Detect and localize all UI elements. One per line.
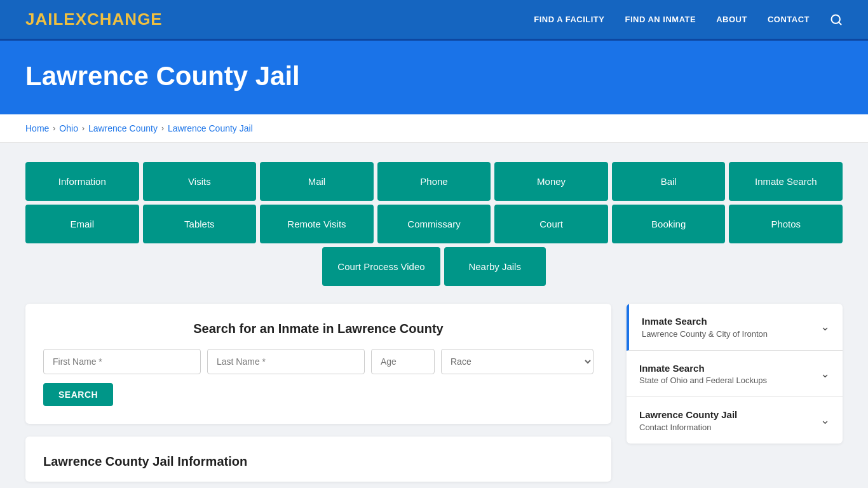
breadcrumb-ohio[interactable]: Ohio — [59, 123, 78, 133]
sidebar-item-2-text: Lawrence County Jail Contact Information — [639, 409, 737, 432]
btn-commissary[interactable]: Commissary — [377, 205, 491, 243]
sidebar-item-2-label: Lawrence County Jail — [639, 409, 737, 421]
main-content: Information Visits Mail Phone Money Bail… — [0, 143, 868, 488]
btn-phone[interactable]: Phone — [377, 162, 491, 201]
sidebar-item-0-sub: Lawrence County & City of Ironton — [642, 329, 768, 339]
breadcrumb-sep-1: › — [53, 124, 55, 133]
search-form-row1: Race White Black Hispanic Asian Other — [43, 349, 593, 374]
logo-exchange: EXCHANGE — [64, 10, 162, 29]
breadcrumb-current: Lawrence County Jail — [168, 123, 253, 133]
btn-money[interactable]: Money — [494, 162, 608, 201]
btn-inmate-search[interactable]: Inmate Search — [729, 162, 843, 201]
left-column: Search for an Inmate in Lawrence County … — [25, 304, 611, 482]
breadcrumb-lawrence-county[interactable]: Lawrence County — [88, 123, 158, 133]
info-box-title: Lawrence County Jail Information — [43, 454, 593, 469]
btn-remote-visits[interactable]: Remote Visits — [260, 205, 374, 243]
btn-mail[interactable]: Mail — [260, 162, 374, 201]
search-icon-button[interactable] — [830, 13, 843, 26]
breadcrumb-bar: Home › Ohio › Lawrence County › Lawrence… — [0, 114, 868, 143]
nav-find-inmate[interactable]: FIND AN INMATE — [625, 15, 696, 24]
search-box: Search for an Inmate in Lawrence County … — [25, 304, 611, 424]
nav-buttons-section: Information Visits Mail Phone Money Bail… — [25, 162, 843, 286]
nav-buttons-row3: Court Process Video Nearby Jails — [25, 247, 843, 286]
breadcrumb: Home › Ohio › Lawrence County › Lawrence… — [25, 123, 843, 133]
page-title: Lawrence County Jail — [25, 61, 843, 92]
sidebar-item-0[interactable]: Inmate Search Lawrence County & City of … — [627, 304, 843, 351]
first-name-input[interactable] — [43, 349, 201, 374]
sidebar-card: Inmate Search Lawrence County & City of … — [627, 304, 843, 444]
logo[interactable]: JAILEXCHANGE — [25, 10, 163, 29]
main-nav: FIND A FACILITY FIND AN INMATE ABOUT CON… — [534, 13, 843, 26]
search-icon — [830, 13, 843, 26]
btn-booking[interactable]: Booking — [612, 205, 726, 243]
hero-section: Lawrence County Jail — [0, 41, 868, 114]
btn-nearby-jails[interactable]: Nearby Jails — [444, 247, 546, 286]
info-box: Lawrence County Jail Information — [25, 437, 611, 482]
chevron-down-icon-1: ⌄ — [820, 367, 830, 381]
btn-email[interactable]: Email — [25, 205, 139, 243]
nav-buttons-row2: Email Tablets Remote Visits Commissary C… — [25, 205, 843, 243]
btn-tablets[interactable]: Tablets — [143, 205, 257, 243]
last-name-input[interactable] — [207, 349, 365, 374]
breadcrumb-sep-2: › — [82, 124, 85, 133]
nav-contact[interactable]: CONTACT — [768, 15, 810, 24]
sidebar-item-0-text: Inmate Search Lawrence County & City of … — [642, 315, 768, 339]
chevron-down-icon-0: ⌄ — [820, 320, 830, 334]
two-col-layout: Search for an Inmate in Lawrence County … — [25, 304, 843, 482]
nav-buttons-row1: Information Visits Mail Phone Money Bail… — [25, 162, 843, 201]
sidebar-item-0-label: Inmate Search — [642, 315, 768, 328]
breadcrumb-home[interactable]: Home — [25, 123, 49, 133]
btn-visits[interactable]: Visits — [143, 162, 257, 201]
header: JAILEXCHANGE FIND A FACILITY FIND AN INM… — [0, 0, 868, 41]
svg-line-1 — [839, 22, 841, 24]
race-select[interactable]: Race White Black Hispanic Asian Other — [441, 349, 593, 374]
sidebar-item-2-sub: Contact Information — [639, 423, 737, 432]
btn-court-process-video[interactable]: Court Process Video — [322, 247, 440, 286]
btn-information[interactable]: Information — [25, 162, 139, 201]
nav-find-facility[interactable]: FIND A FACILITY — [534, 15, 604, 24]
nav-about[interactable]: ABOUT — [716, 15, 747, 24]
sidebar-item-1-label: Inmate Search — [639, 362, 767, 375]
sidebar-item-2[interactable]: Lawrence County Jail Contact Information… — [627, 397, 843, 444]
btn-bail[interactable]: Bail — [612, 162, 726, 201]
sidebar-item-1[interactable]: Inmate Search State of Ohio and Federal … — [627, 351, 843, 398]
search-box-title: Search for an Inmate in Lawrence County — [43, 322, 593, 336]
btn-photos[interactable]: Photos — [729, 205, 843, 243]
sidebar-item-1-text: Inmate Search State of Ohio and Federal … — [639, 362, 767, 386]
search-button[interactable]: SEARCH — [43, 383, 113, 406]
chevron-down-icon-2: ⌄ — [820, 413, 830, 427]
btn-court[interactable]: Court — [494, 205, 608, 243]
logo-jail: JAIL — [25, 10, 64, 29]
breadcrumb-sep-3: › — [161, 124, 164, 133]
sidebar-item-1-sub: State of Ohio and Federal Lockups — [639, 376, 767, 385]
right-column: Inmate Search Lawrence County & City of … — [627, 304, 843, 444]
age-input[interactable] — [371, 349, 435, 374]
